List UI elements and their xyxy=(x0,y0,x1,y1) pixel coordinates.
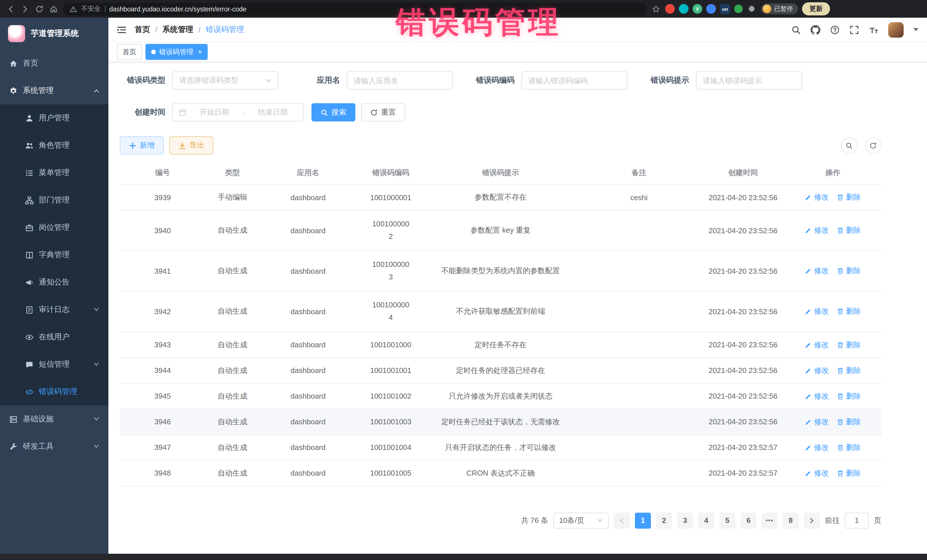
back-button[interactable] xyxy=(6,4,16,14)
sidebar-item-label: 岗位管理 xyxy=(39,222,99,233)
forward-button[interactable] xyxy=(20,4,30,14)
error-hint-input[interactable] xyxy=(696,71,802,90)
sidebar-item-role-management[interactable]: 角色管理 xyxy=(0,132,108,159)
pagination-page-4[interactable]: 4 xyxy=(698,512,714,528)
delete-link[interactable]: 删除 xyxy=(837,391,861,401)
edit-link[interactable]: 修改 xyxy=(805,391,829,401)
column-header-0: 编号 xyxy=(120,161,205,185)
delete-link[interactable]: 删除 xyxy=(837,442,861,452)
sidebar-item-user-management[interactable]: 用户管理 xyxy=(0,104,108,132)
extension-icon-red[interactable] xyxy=(665,4,675,14)
breadcrumb-home[interactable]: 首页 xyxy=(135,24,150,35)
sidebar-collapse-icon[interactable] xyxy=(117,25,127,34)
security-label: 不安全 xyxy=(81,5,101,13)
pagination-more[interactable]: ••• xyxy=(761,512,778,528)
extension-icon-green[interactable] xyxy=(734,5,743,13)
home-button[interactable] xyxy=(49,4,59,14)
sidebar-item-system-management[interactable]: 系统管理 xyxy=(0,77,108,104)
tab-label: 首页 xyxy=(123,47,136,57)
next-page-button[interactable] xyxy=(804,512,820,528)
search-icon[interactable] xyxy=(791,25,801,35)
sidebar-item-notice[interactable]: 通知公告 xyxy=(0,269,108,296)
edit-link[interactable]: 修改 xyxy=(805,365,829,375)
edit-link[interactable]: 修改 xyxy=(805,442,829,452)
github-icon[interactable] xyxy=(811,25,820,35)
error-type-select[interactable]: 请选择错误码类型 xyxy=(172,71,278,90)
view-tab-0[interactable]: 首页 xyxy=(117,44,142,60)
trash-icon xyxy=(837,367,844,374)
goto-page-input[interactable] xyxy=(845,512,869,528)
sidebar-item-home[interactable]: 首页 xyxy=(0,50,108,77)
view-tab-1[interactable]: 错误码管理× xyxy=(146,44,208,60)
sidebar-item-dev-tools[interactable]: 研发工具 xyxy=(0,433,108,460)
close-icon[interactable]: × xyxy=(198,49,202,55)
toggle-search-button[interactable] xyxy=(841,137,857,154)
table-row: 3941自动生成dashboard1001000003不能删除类型为系统内置的参… xyxy=(120,250,881,291)
export-button[interactable]: 导出 xyxy=(169,136,213,155)
paused-badge[interactable]: 已暂停 xyxy=(761,3,798,14)
sidebar-item-infrastructure[interactable]: 基础设施 xyxy=(0,405,108,433)
button-label: 重置 xyxy=(381,107,396,117)
app-name-input[interactable] xyxy=(347,71,453,90)
sidebar-item-audit-log[interactable]: 审计日志 xyxy=(0,296,108,323)
address-bar[interactable]: 不安全 dashboard.yudao.iocoder.cn/system/er… xyxy=(63,3,647,15)
extension-icon-on[interactable]: on xyxy=(720,4,730,14)
delete-link[interactable]: 删除 xyxy=(837,340,861,350)
help-icon[interactable] xyxy=(830,25,840,35)
extension-icon-teal[interactable] xyxy=(679,4,688,14)
end-date-placeholder: 结束日期 xyxy=(248,107,297,117)
pagination-page-3[interactable]: 3 xyxy=(677,512,693,528)
edit-link[interactable]: 修改 xyxy=(805,417,829,427)
pagination-page-8[interactable]: 8 xyxy=(783,512,799,528)
sidebar-item-post-management[interactable]: 岗位管理 xyxy=(0,214,108,241)
add-button[interactable]: 新增 xyxy=(120,136,164,155)
delete-link[interactable]: 删除 xyxy=(837,417,861,427)
sidebar-item-dict-management[interactable]: 字典管理 xyxy=(0,241,108,269)
delete-link[interactable]: 删除 xyxy=(837,307,861,317)
active-tab-dot xyxy=(151,50,156,54)
extensions-puzzle-icon[interactable] xyxy=(747,4,757,14)
edit-link[interactable]: 修改 xyxy=(805,225,829,235)
edit-link[interactable]: 修改 xyxy=(805,266,829,276)
user-avatar[interactable] xyxy=(888,22,904,37)
breadcrumb-system[interactable]: 系统管理 xyxy=(163,24,193,35)
sidebar-item-dept-management[interactable]: 部门管理 xyxy=(0,187,108,214)
bookmark-star-icon[interactable] xyxy=(651,4,661,14)
edit-link[interactable]: 修改 xyxy=(805,340,829,350)
pagination-page-1[interactable]: 1 xyxy=(635,512,651,528)
pagination-page-2[interactable]: 2 xyxy=(656,512,672,528)
edit-link[interactable]: 修改 xyxy=(805,192,829,202)
page-size-select[interactable]: 10条/页 xyxy=(553,512,609,528)
update-button[interactable]: 更新 xyxy=(802,2,830,15)
sidebar-item-menu-management[interactable]: 菜单管理 xyxy=(0,159,108,187)
pagination-page-6[interactable]: 6 xyxy=(740,512,757,528)
fullscreen-icon[interactable] xyxy=(849,25,859,35)
edit-link[interactable]: 修改 xyxy=(805,307,829,317)
cell-created: 2021-04-20 23:52:57 xyxy=(702,434,784,460)
error-code-input[interactable] xyxy=(521,71,628,90)
edit-link[interactable]: 修改 xyxy=(805,468,829,478)
sidebar-item-error-code-management[interactable]: 错误码管理 xyxy=(0,378,108,405)
delete-link[interactable]: 删除 xyxy=(837,365,861,375)
reload-button[interactable] xyxy=(34,4,44,14)
delete-link[interactable]: 删除 xyxy=(837,266,861,276)
extension-icon-vue[interactable]: V xyxy=(693,4,702,14)
prev-page-button[interactable] xyxy=(614,512,630,528)
sidebar-item-sms-management[interactable]: 短信管理 xyxy=(0,351,108,378)
pagination-page-5[interactable]: 5 xyxy=(719,512,736,528)
create-time-range-picker[interactable]: 开始日期 - 结束日期 xyxy=(172,103,304,121)
cell-type: 自动生成 xyxy=(205,383,260,409)
delete-link[interactable]: 删除 xyxy=(837,192,861,202)
reset-button[interactable]: 重置 xyxy=(361,103,405,121)
cell-created: 2021-04-20 23:52:56 xyxy=(702,185,784,210)
refresh-table-button[interactable] xyxy=(865,137,881,154)
app-logo[interactable]: 芋道管理系统 xyxy=(0,18,108,50)
sidebar-item-online-users[interactable]: 在线用户 xyxy=(0,323,108,351)
search-button[interactable]: 搜索 xyxy=(312,103,356,121)
button-label: 搜索 xyxy=(331,107,346,117)
delete-link[interactable]: 删除 xyxy=(837,468,861,478)
font-size-icon[interactable] xyxy=(869,25,878,35)
cell-created: 2021-04-20 23:52:56 xyxy=(702,409,784,434)
delete-link[interactable]: 删除 xyxy=(837,225,861,235)
extension-icon-blue[interactable] xyxy=(706,4,716,14)
